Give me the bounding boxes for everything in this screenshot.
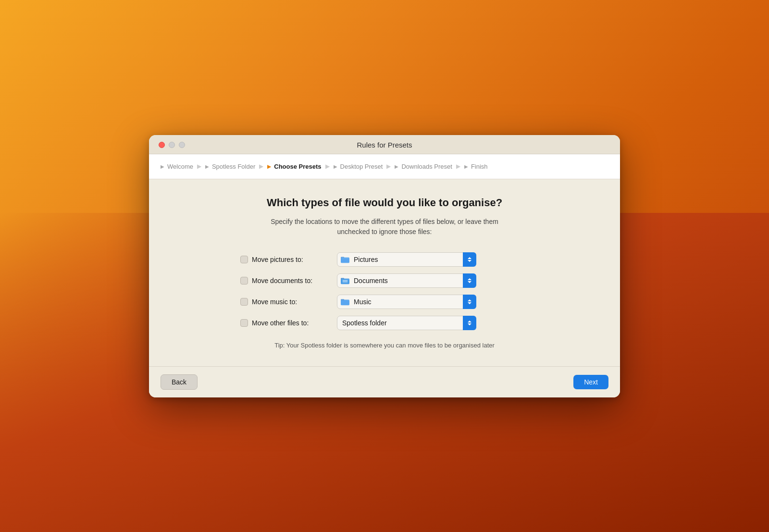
traffic-lights (159, 142, 185, 148)
close-button[interactable] (159, 142, 165, 148)
maximize-button[interactable] (179, 142, 185, 148)
other-select[interactable]: Spotless folder (337, 316, 476, 330)
step-desktop-preset[interactable]: ▶ Desktop Preset (334, 163, 383, 170)
sep-5: ▶ (456, 163, 460, 170)
music-label: Move music to: (252, 298, 297, 306)
main-window: Rules for Presets ▶ Welcome ▶ ▶ Spotless… (149, 135, 620, 397)
pictures-select-container: Pictures (337, 252, 476, 267)
step-arrow-desktop: ▶ (334, 164, 337, 169)
subtitle: Specify the locations to move the differ… (178, 217, 591, 237)
titlebar: Rules for Presets (149, 135, 620, 154)
sep-4: ▶ (386, 163, 391, 170)
other-checkbox[interactable] (240, 319, 248, 327)
music-checkbox-label[interactable]: Move music to: (240, 298, 329, 306)
step-label-finish: Finish (471, 163, 488, 170)
documents-select[interactable]: Documents (337, 273, 476, 288)
step-downloads-preset[interactable]: ▶ Downloads Preset (395, 163, 452, 170)
form-area: Move pictures to: Pictures (240, 252, 529, 330)
step-arrow-choose: ▶ (267, 164, 271, 169)
step-arrow-finish: ▶ (464, 164, 468, 169)
tip-text: Tip: Your Spotless folder is somewhere y… (178, 342, 591, 349)
other-label: Move other files to: (252, 319, 309, 327)
pictures-checkbox-label[interactable]: Move pictures to: (240, 256, 329, 263)
step-welcome[interactable]: ▶ Welcome (161, 163, 193, 170)
sep-3: ▶ (325, 163, 330, 170)
minimize-button[interactable] (169, 142, 175, 148)
documents-select-container: Documents (337, 273, 476, 288)
step-label-downloads: Downloads Preset (401, 163, 452, 170)
other-select-container: Spotless folder (337, 316, 476, 330)
step-label-spotless: Spotless Folder (212, 163, 255, 170)
pictures-select[interactable]: Pictures (337, 252, 476, 267)
sep-2: ▶ (259, 163, 263, 170)
documents-checkbox-label[interactable]: Move documents to: (240, 277, 329, 285)
step-label-welcome: Welcome (167, 163, 193, 170)
music-checkbox[interactable] (240, 298, 248, 306)
step-spotless-folder[interactable]: ▶ Spotless Folder (205, 163, 255, 170)
window-title: Rules for Presets (357, 141, 412, 149)
steps-bar: ▶ Welcome ▶ ▶ Spotless Folder ▶ ▶ Choose… (149, 154, 620, 179)
pictures-label: Move pictures to: (252, 256, 303, 263)
step-label-desktop: Desktop Preset (340, 163, 383, 170)
form-row-other: Move other files to: Spotless folder (240, 316, 529, 330)
form-row-documents: Move documents to: Documents (240, 273, 529, 288)
pictures-checkbox[interactable] (240, 256, 248, 263)
footer: Back Next (149, 366, 620, 397)
step-choose-presets[interactable]: ▶ Choose Presets (267, 163, 321, 170)
documents-label: Move documents to: (252, 277, 312, 285)
step-arrow-spotless: ▶ (205, 164, 209, 169)
main-heading: Which types of file would you like to or… (178, 197, 591, 209)
music-select[interactable]: Music (337, 295, 476, 309)
back-button[interactable]: Back (161, 374, 198, 390)
sep-1: ▶ (197, 163, 201, 170)
next-button[interactable]: Next (573, 375, 608, 389)
form-row-music: Move music to: Music (240, 295, 529, 309)
step-arrow-welcome: ▶ (161, 164, 164, 169)
step-label-choose: Choose Presets (274, 163, 321, 170)
other-checkbox-label[interactable]: Move other files to: (240, 319, 329, 327)
form-row-pictures: Move pictures to: Pictures (240, 252, 529, 267)
content-area: Which types of file would you like to or… (149, 179, 620, 366)
step-finish[interactable]: ▶ Finish (464, 163, 488, 170)
documents-checkbox[interactable] (240, 277, 248, 285)
step-arrow-downloads: ▶ (395, 164, 398, 169)
music-select-container: Music (337, 295, 476, 309)
